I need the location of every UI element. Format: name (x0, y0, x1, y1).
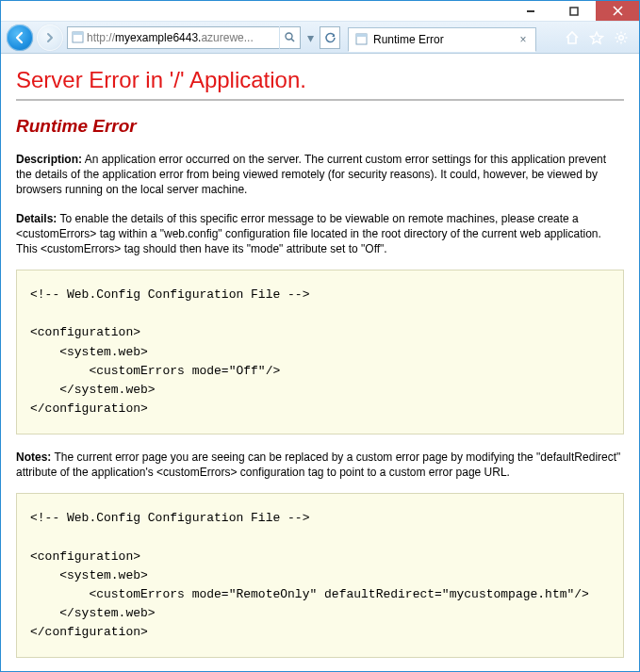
search-icon (284, 31, 296, 43)
code-block-1: <!-- Web.Config Configuration File --> <… (16, 270, 624, 434)
svg-line-17 (624, 33, 625, 34)
svg-rect-5 (73, 32, 83, 35)
arrow-left-icon (13, 31, 26, 44)
tab-title: Runtime Error (373, 33, 511, 46)
details-text: To enable the details of this specific e… (16, 212, 601, 255)
window-minimize-button[interactable] (509, 1, 552, 21)
tools-button[interactable] (613, 29, 630, 46)
details-paragraph: Details: To enable the details of this s… (16, 211, 624, 257)
star-icon (589, 30, 604, 45)
window-close-button[interactable] (596, 1, 639, 21)
svg-point-10 (619, 35, 624, 40)
address-host: myexample6443. (115, 31, 201, 44)
address-text: http://myexample6443.azurewe... (87, 31, 279, 44)
svg-line-15 (616, 33, 617, 34)
favorites-button[interactable] (588, 29, 605, 46)
details-label: Details: (16, 212, 57, 225)
notes-label: Notes: (16, 451, 51, 464)
code-block-2: <!-- Web.Config Configuration File --> <… (16, 493, 624, 658)
description-paragraph: Description: An application error occurr… (16, 152, 624, 198)
back-button[interactable] (7, 25, 33, 51)
browser-window: http://myexample6443.azurewe... ▾ Runtim… (0, 0, 640, 672)
description-text: An application error occurred on the ser… (16, 153, 606, 196)
address-bar[interactable]: http://myexample6443.azurewe... (67, 26, 301, 49)
browser-toolbar: http://myexample6443.azurewe... ▾ Runtim… (1, 22, 639, 54)
titlebar-spacer (1, 1, 509, 21)
arrow-right-icon (44, 32, 56, 43)
minimize-icon (526, 7, 535, 16)
home-button[interactable] (564, 29, 581, 46)
svg-rect-9 (356, 34, 367, 37)
tab-favicon-icon (354, 33, 368, 46)
toolbar-separator: ▾ (304, 30, 316, 45)
gear-icon (614, 30, 629, 45)
svg-point-6 (286, 33, 292, 40)
svg-line-7 (291, 39, 294, 41)
toolbar-right-icons (564, 29, 633, 46)
tab-close-button[interactable]: × (517, 33, 530, 46)
window-maximize-button[interactable] (552, 1, 596, 21)
page-viewport[interactable]: Server Error in '/' Application. Runtime… (1, 54, 639, 671)
browser-tab[interactable]: Runtime Error × (348, 27, 536, 52)
description-label: Description: (16, 153, 82, 166)
forward-button[interactable] (37, 25, 63, 51)
address-scheme: http:// (87, 31, 115, 44)
close-icon (613, 6, 623, 16)
refresh-button[interactable] (320, 26, 340, 49)
title-divider (16, 99, 624, 101)
error-heading: Runtime Error (16, 116, 624, 137)
notes-text: The current error page you are seeing ca… (16, 451, 620, 479)
maximize-icon (569, 7, 579, 16)
address-rest: azurewe... (201, 31, 253, 44)
window-titlebar (1, 1, 639, 22)
tab-strip: Runtime Error × (348, 25, 560, 51)
home-icon (565, 30, 580, 45)
search-button[interactable] (279, 26, 300, 49)
svg-rect-1 (570, 8, 578, 15)
svg-line-16 (624, 41, 625, 41)
page-favicon-icon (68, 31, 87, 43)
refresh-icon (324, 31, 336, 43)
svg-line-18 (616, 41, 617, 41)
page-title: Server Error in '/' Application. (16, 67, 624, 93)
notes-paragraph: Notes: The current error page you are se… (16, 450, 624, 480)
